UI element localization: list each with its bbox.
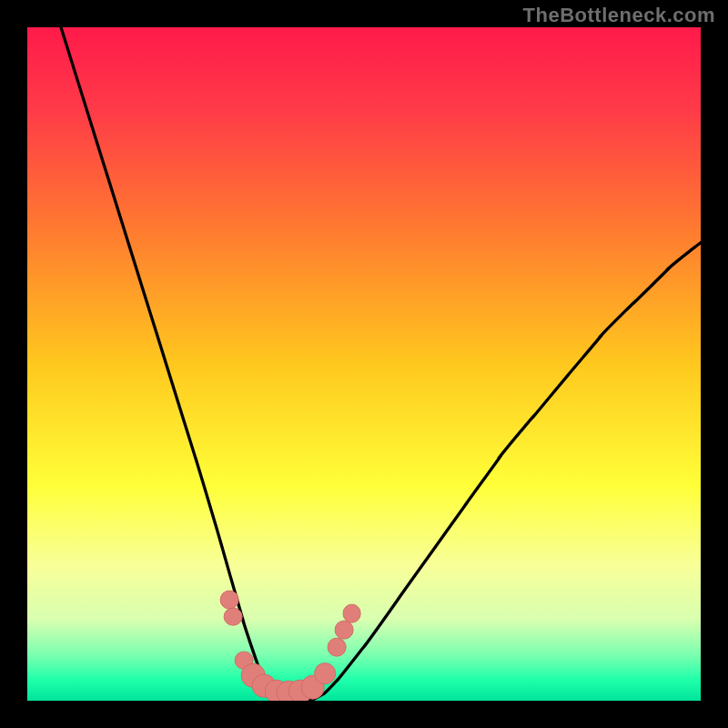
right-upper-2 <box>334 621 353 640</box>
watermark-text: TheBottleneck.com <box>523 4 715 27</box>
right-upper-1 <box>328 637 347 656</box>
left-upper-2 <box>224 607 243 626</box>
right-lower-1 <box>314 663 336 685</box>
chart-frame: TheBottleneck.com <box>0 0 728 728</box>
left-upper-1 <box>220 591 239 610</box>
plot-area <box>27 27 701 701</box>
bottleneck-curve <box>27 27 701 701</box>
right-upper-3 <box>342 603 361 622</box>
